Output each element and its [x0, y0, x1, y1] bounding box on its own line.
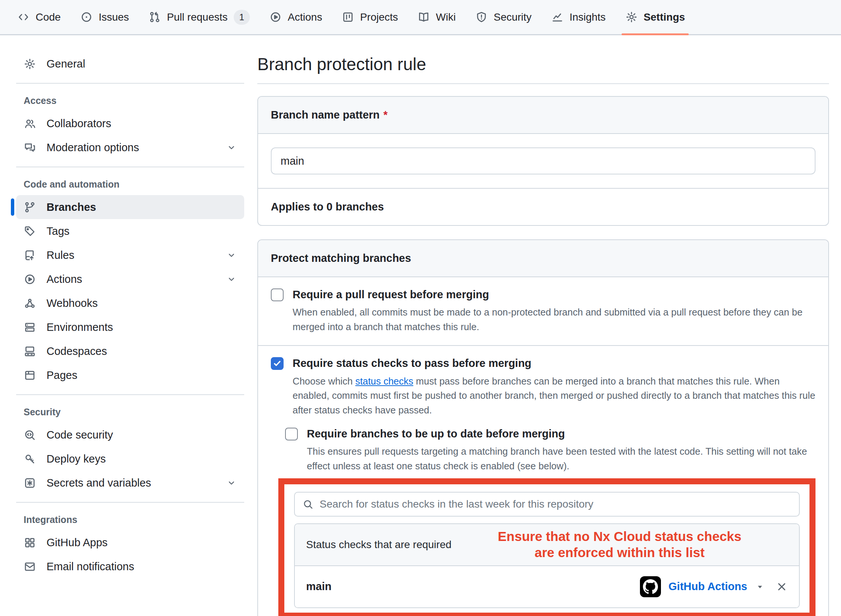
required-asterisk: *	[383, 109, 387, 121]
page-title: Branch protection rule	[257, 54, 829, 74]
required-status-checks-header: Status checks that are required Ensure t…	[295, 524, 799, 566]
repo-tab-bar: Code Issues Pull requests 1 Actions Proj…	[0, 0, 841, 35]
book-icon	[417, 11, 430, 23]
require-pull-request-checkbox[interactable]	[271, 288, 284, 301]
sidebar-item-label: Pages	[47, 369, 77, 382]
annotation-highlight-box: Status checks that are required Ensure t…	[278, 478, 815, 616]
pull-request-icon	[149, 11, 161, 23]
chevron-down-icon	[226, 142, 237, 153]
title-divider	[257, 83, 829, 84]
sidebar-item-email-notifications[interactable]: Email notifications	[16, 554, 244, 578]
codescan-icon	[24, 429, 36, 441]
required-status-checks-header-label: Status checks that are required	[306, 539, 452, 551]
sidebar-item-collaborators[interactable]: Collaborators	[16, 111, 244, 135]
sidebar-item-codespaces[interactable]: Codespaces	[16, 339, 244, 363]
tab-label: Settings	[644, 11, 685, 23]
branch-name-pattern-header: Branch name pattern*	[258, 97, 828, 134]
sidebar-item-branches[interactable]: Branches	[16, 195, 244, 219]
status-checks-search-input[interactable]	[294, 492, 800, 517]
branch-name-pattern-card: Branch name pattern* Applies to 0 branch…	[257, 96, 829, 226]
require-pull-request-label: Require a pull request before merging	[293, 288, 815, 301]
status-checks-link[interactable]: status checks	[355, 376, 413, 386]
require-up-to-date-description: This ensures pull requests targeting a m…	[307, 444, 815, 473]
sidebar-item-label: Secrets and variables	[47, 477, 151, 489]
tab-settings[interactable]: Settings	[616, 0, 695, 34]
tab-issues[interactable]: Issues	[71, 0, 139, 34]
require-status-checks-checkbox[interactable]	[271, 357, 284, 370]
sidebar-item-label: General	[47, 58, 85, 70]
status-check-options-caret[interactable]	[755, 582, 764, 591]
sidebar-divider	[16, 394, 244, 395]
github-actions-link[interactable]: GitHub Actions	[668, 580, 747, 593]
sidebar-item-label: Rules	[47, 249, 74, 261]
code-icon	[17, 11, 30, 23]
tab-label: Actions	[288, 11, 322, 23]
sidebar-item-environments[interactable]: Environments	[16, 315, 244, 339]
tab-actions[interactable]: Actions	[260, 0, 332, 34]
play-circle-icon	[269, 11, 282, 23]
settings-sidebar: General Access Collaborators Moderation …	[16, 52, 244, 578]
mail-icon	[24, 560, 36, 573]
sidebar-item-github-apps[interactable]: GitHub Apps	[16, 530, 244, 554]
server-icon	[24, 321, 36, 334]
tab-code[interactable]: Code	[8, 0, 71, 34]
require-status-checks-label: Require status checks to pass before mer…	[293, 356, 815, 370]
webhook-icon	[24, 297, 36, 310]
sidebar-item-actions[interactable]: Actions	[16, 267, 244, 291]
codespaces-icon	[24, 345, 36, 358]
tab-wiki[interactable]: Wiki	[408, 0, 466, 34]
apps-grid-icon	[24, 536, 36, 549]
sidebar-divider	[16, 502, 244, 503]
annotation-text: Ensure that no Nx Cloud status checks ar…	[452, 529, 788, 560]
git-branch-icon	[24, 201, 36, 213]
graph-icon	[551, 11, 563, 23]
sidebar-item-label: Codespaces	[47, 345, 107, 358]
applies-to-branches-text: Applies to 0 branches	[258, 188, 828, 225]
sidebar-item-code-security[interactable]: Code security	[16, 423, 244, 447]
tab-label: Insights	[569, 11, 606, 23]
protect-matching-branches-header: Protect matching branches	[258, 240, 828, 277]
gear-icon	[625, 11, 638, 23]
sidebar-item-webhooks[interactable]: Webhooks	[16, 291, 244, 315]
tab-pull-requests[interactable]: Pull requests 1	[139, 0, 260, 34]
tab-label: Code	[36, 11, 61, 23]
sidebar-item-label: Moderation options	[47, 141, 139, 154]
shield-icon	[475, 11, 488, 23]
annotation-line-2: are enforced within this list	[452, 545, 788, 561]
tab-projects[interactable]: Projects	[332, 0, 408, 34]
tab-insights[interactable]: Insights	[541, 0, 616, 34]
chevron-down-icon	[226, 274, 237, 284]
require-up-to-date-checkbox[interactable]	[285, 428, 298, 440]
comment-discussion-icon	[24, 141, 36, 154]
search-icon	[302, 499, 314, 510]
sidebar-item-deploy-keys[interactable]: Deploy keys	[16, 447, 244, 471]
sidebar-item-label: Deploy keys	[47, 453, 106, 465]
sidebar-item-moderation-options[interactable]: Moderation options	[16, 135, 244, 159]
sidebar-item-secrets-variables[interactable]: Secrets and variables	[16, 471, 244, 495]
sidebar-item-tags[interactable]: Tags	[16, 219, 244, 243]
sidebar-item-pages[interactable]: Pages	[16, 363, 244, 387]
tab-security[interactable]: Security	[466, 0, 541, 34]
branch-name-pattern-input[interactable]	[271, 147, 815, 174]
sidebar-section-integrations: Integrations	[16, 510, 244, 530]
status-check-row: main GitHub Actions	[295, 566, 799, 607]
remove-status-check-button[interactable]	[776, 581, 788, 593]
branch-protection-main: Branch protection rule Branch name patte…	[244, 35, 841, 616]
sidebar-item-general[interactable]: General	[16, 52, 244, 76]
option-require-pull-request-section: Require a pull request before merging Wh…	[258, 277, 828, 345]
sidebar-item-label: Tags	[47, 225, 69, 237]
sidebar-item-label: Code security	[47, 429, 113, 441]
sidebar-item-label: Branches	[47, 201, 96, 213]
gear-icon	[24, 58, 36, 70]
asterisk-box-icon	[24, 477, 36, 489]
branch-name-pattern-body	[258, 134, 828, 188]
sidebar-divider	[16, 167, 244, 167]
tag-icon	[24, 225, 36, 237]
require-pull-request-description: When enabled, all commits must be made t…	[293, 305, 815, 334]
description-text: Choose which	[293, 376, 355, 386]
sidebar-item-label: Email notifications	[47, 560, 134, 573]
tab-label: Wiki	[436, 11, 456, 23]
sidebar-item-rules[interactable]: Rules	[16, 243, 244, 267]
sidebar-item-label: Actions	[47, 273, 82, 285]
tab-label: Projects	[360, 11, 398, 23]
